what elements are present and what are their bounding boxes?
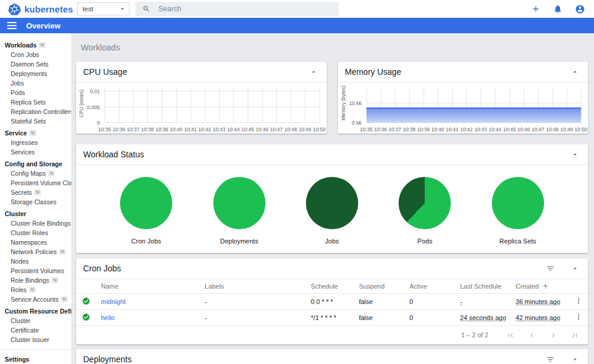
pie-chart bbox=[492, 177, 544, 229]
gridline bbox=[133, 87, 134, 123]
pie-chart bbox=[399, 177, 451, 229]
check-circle-icon bbox=[82, 297, 90, 305]
previous-page-button[interactable] bbox=[526, 330, 537, 340]
sidebar-item-persistent-volumes[interactable]: Persistent Volumes bbox=[0, 266, 71, 276]
collapse-deployments-button[interactable] bbox=[569, 353, 581, 364]
sidebar-item-cluster-roles[interactable]: Cluster Roles bbox=[0, 228, 71, 238]
sidebar-item-workloads[interactable]: WorkloadsN bbox=[0, 40, 71, 50]
x-tick-label: 10:43 bbox=[475, 126, 487, 132]
search-bar[interactable] bbox=[135, 2, 339, 16]
user-profile-button[interactable] bbox=[574, 3, 586, 15]
suspend-value: false bbox=[359, 314, 372, 321]
sidebar-item-cluster-role-bindings[interactable]: Cluster Role Bindings bbox=[0, 219, 71, 228]
app-header: kubernetes test bbox=[0, 0, 594, 18]
column-active[interactable]: Active bbox=[405, 279, 455, 294]
sidebar-item-service[interactable]: ServiceN bbox=[0, 128, 71, 138]
collapse-workload-status-button[interactable] bbox=[569, 148, 581, 160]
deployments-filter-button[interactable] bbox=[544, 353, 556, 364]
column-name[interactable]: Name bbox=[96, 279, 200, 294]
sidebar-item-replica-sets[interactable]: Replica Sets bbox=[0, 97, 71, 107]
bell-icon bbox=[553, 4, 563, 14]
filter-icon bbox=[546, 264, 555, 273]
sidebar-item-secrets[interactable]: SecretsN bbox=[0, 188, 71, 197]
sidebar-item-daemon-sets[interactable]: Daemon Sets bbox=[0, 59, 71, 69]
gridline bbox=[320, 87, 320, 123]
search-input[interactable] bbox=[159, 5, 331, 13]
column-last-schedule[interactable]: Last Schedule bbox=[455, 279, 511, 294]
sidebar-item-nodes[interactable]: Nodes bbox=[0, 257, 71, 266]
gridline bbox=[105, 91, 320, 91]
sidebar-item-label: Cluster bbox=[5, 210, 26, 217]
sidebar-item-deployments[interactable]: Deployments bbox=[0, 69, 71, 78]
sidebar-item-network-policies[interactable]: Network PoliciesN bbox=[0, 247, 71, 257]
column-labels[interactable]: Labels bbox=[200, 279, 307, 294]
sidebar-item-label: Config Maps bbox=[11, 170, 46, 177]
sidebar-item-namespaces[interactable]: Namespaces bbox=[0, 238, 71, 247]
sidebar-item-storage-classes[interactable]: Storage Classes bbox=[0, 197, 71, 207]
sidebar-item-label: Ingresses bbox=[11, 139, 38, 146]
sidebar-item-roles[interactable]: RolesN bbox=[0, 285, 71, 295]
sidebar-item-stateful-sets[interactable]: Stateful Sets bbox=[0, 116, 71, 126]
namespace-value: test bbox=[83, 5, 93, 12]
menu-icon[interactable] bbox=[7, 22, 17, 29]
sidebar-item-cron-jobs[interactable]: Cron Jobs bbox=[0, 50, 71, 59]
cron-job-link[interactable]: hello bbox=[101, 314, 115, 321]
workload-status-card: Workload Status Cron JobsDeploymentsJobs… bbox=[76, 144, 588, 253]
first-page-button[interactable] bbox=[505, 330, 516, 340]
sidebar-item-cluster[interactable]: Cluster bbox=[0, 209, 71, 219]
x-tick-label: 10:49 bbox=[299, 126, 311, 132]
sidebar-item-cluster[interactable]: Cluster bbox=[0, 316, 71, 325]
sidebar-item-custom-resource-definitions[interactable]: Custom Resource Definitions bbox=[0, 306, 71, 316]
sidebar-item-replication-controllers[interactable]: Replication Controllers bbox=[0, 107, 71, 116]
sidebar-item-persistent-volume-claims[interactable]: Persistent Volume ClaimsN bbox=[0, 178, 71, 188]
sidebar-item-pods[interactable]: Pods bbox=[0, 88, 71, 97]
cron-jobs-filter-button[interactable] bbox=[544, 262, 556, 274]
column-suspend[interactable]: Suspend bbox=[354, 279, 405, 294]
sidebar-item-role-bindings[interactable]: Role BindingsN bbox=[0, 276, 71, 285]
sidebar-item-certificate[interactable]: Certificate bbox=[0, 325, 71, 335]
x-tick-label: 10:46 bbox=[517, 126, 530, 132]
table-row: midnight - 0 0 * * * false 0 - 36 minute… bbox=[76, 294, 588, 310]
cpu-usage-title: CPU Usage bbox=[83, 67, 308, 77]
sidebar-item-settings[interactable]: Settings bbox=[0, 354, 71, 364]
sidebar-item-services[interactable]: Services bbox=[0, 147, 71, 157]
notifications-button[interactable] bbox=[552, 3, 564, 15]
create-resource-button[interactable] bbox=[530, 3, 542, 15]
sidebar-item-ingresses[interactable]: Ingresses bbox=[0, 138, 71, 147]
y-tick-label: 0.01 bbox=[90, 88, 100, 94]
x-tick-label: 10:43 bbox=[213, 126, 225, 132]
search-icon bbox=[143, 5, 150, 13]
gridline bbox=[147, 87, 148, 123]
x-tick-label: 10:41 bbox=[446, 126, 458, 132]
collapse-memory-card-button[interactable] bbox=[569, 66, 581, 78]
sidebar-item-service-accounts[interactable]: Service AccountsN bbox=[0, 295, 71, 304]
active-value: 0 bbox=[409, 314, 413, 321]
kubernetes-logo[interactable]: kubernetes bbox=[8, 3, 77, 15]
row-menu-button[interactable] bbox=[574, 297, 583, 305]
sidebar-item-label: Certificate bbox=[11, 327, 39, 334]
labels-value: - bbox=[205, 298, 207, 305]
namespace-selector[interactable]: test bbox=[77, 2, 129, 15]
suspend-value: false bbox=[359, 298, 372, 305]
gridline bbox=[105, 122, 320, 123]
x-tick-label: 10:39 bbox=[417, 126, 429, 132]
x-tick-label: 10:39 bbox=[156, 126, 168, 132]
cron-job-link[interactable]: midnight bbox=[101, 298, 126, 305]
column-schedule[interactable]: Schedule bbox=[306, 279, 354, 294]
collapse-cron-jobs-button[interactable] bbox=[569, 262, 581, 274]
sidebar-item-jobs[interactable]: Jobs bbox=[0, 78, 71, 88]
next-page-button[interactable] bbox=[548, 330, 558, 340]
collapse-cpu-card-button[interactable] bbox=[308, 66, 320, 78]
row-menu-button[interactable] bbox=[574, 313, 583, 321]
memory-usage-title: Memory Usage bbox=[345, 67, 570, 77]
sidebar-item-config-and-storage[interactable]: Config and Storage bbox=[0, 159, 71, 169]
x-tick-label: 10:47 bbox=[532, 126, 544, 132]
x-tick-label: 10:38 bbox=[403, 126, 415, 132]
deployments-title: Deployments bbox=[83, 354, 544, 364]
column-created[interactable]: Created bbox=[511, 279, 569, 294]
active-value: 0 bbox=[409, 298, 413, 305]
sidebar-item-config-maps[interactable]: Config MapsN bbox=[0, 169, 71, 178]
last-page-button[interactable] bbox=[569, 330, 580, 340]
sidebar-item-label: Stateful Sets bbox=[11, 118, 46, 125]
sidebar-item-cluster-issuer[interactable]: Cluster Issuer bbox=[0, 335, 71, 344]
